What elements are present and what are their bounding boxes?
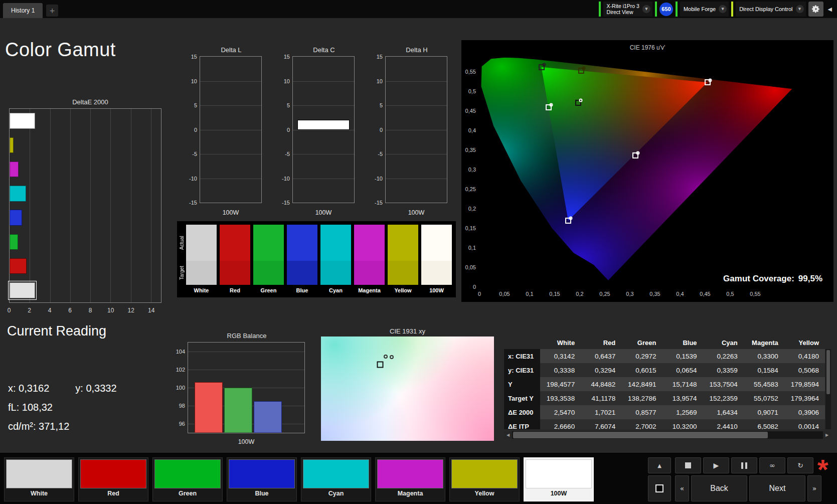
row-label: ΔE 2000 <box>504 405 540 419</box>
axis-tick-label: 5 <box>194 102 197 108</box>
actual-swatch <box>388 225 418 261</box>
target-swatch <box>220 261 250 285</box>
axis-tick-label: 0,45 <box>465 108 476 114</box>
swatch-column-blue: Blue <box>287 225 317 296</box>
next-button[interactable]: Next <box>749 475 805 501</box>
patch-color-swatch <box>377 459 443 488</box>
axis-tick-label: -5 <box>192 151 197 157</box>
add-tab-button[interactable]: + <box>46 5 58 17</box>
chevron-down-icon[interactable]: ▼ <box>642 5 650 13</box>
back-button[interactable]: Back <box>691 475 747 501</box>
table-cell: 0,1584 <box>744 363 784 377</box>
patch-button-magenta[interactable]: Magenta <box>375 457 445 501</box>
axis-tick-label: 0,45 <box>700 291 710 297</box>
target-row-label: Target <box>178 261 186 285</box>
axis-tick-label: 0,05 <box>465 264 476 270</box>
gridline <box>200 105 261 106</box>
axis-tick-label: 15 <box>377 54 383 60</box>
patch-button-cyan[interactable]: Cyan <box>301 457 371 501</box>
rgb-balance-plot: 1041021009896 <box>188 342 305 433</box>
actual-swatch <box>186 225 217 261</box>
scroll-left-button[interactable]: ◀ <box>504 431 512 439</box>
table-cell: 179,8594 <box>784 377 825 391</box>
gridline <box>386 179 447 179</box>
meter-dropdown[interactable]: X-Rite i1Pro 3 Direct View ▼ <box>603 2 652 17</box>
cie76-actual-blue <box>569 217 573 220</box>
cie1976-markers <box>479 53 830 287</box>
patch-button-yellow[interactable]: Yellow <box>449 457 520 501</box>
play-button[interactable]: ▶ <box>703 457 729 473</box>
table-cell: 0,8577 <box>621 405 662 419</box>
patch-button-green[interactable]: Green <box>152 457 223 501</box>
actual-swatch <box>287 225 317 261</box>
collapse-panel-button[interactable]: ◀ <box>826 6 834 13</box>
table-horizontal-scrollbar[interactable]: ◀ ▶ <box>504 431 831 439</box>
pattern-window-up-button[interactable]: ▲ <box>648 457 671 473</box>
meter-mode: Direct View <box>607 9 639 15</box>
deltae-bar-magenta <box>10 161 19 177</box>
table-cell: 1,6434 <box>703 405 744 419</box>
refresh-button[interactable]: ↻ <box>787 457 813 473</box>
scrollbar-track[interactable] <box>512 431 823 439</box>
patch-button-white[interactable]: White <box>4 457 74 501</box>
loop-button[interactable]: ∞ <box>759 457 785 473</box>
axis-tick-label: 0,55 <box>465 69 476 75</box>
workflow-dropdown[interactable]: Direct Display Control ▼ <box>736 2 805 17</box>
axis-tick-label: 2 <box>28 307 31 314</box>
deltae-bar-green <box>10 234 18 250</box>
deltae2000-plot <box>9 108 161 303</box>
rgb-bars <box>193 343 283 433</box>
meter-count-badge[interactable]: 650 <box>659 3 673 16</box>
scrollbar-thumb[interactable] <box>826 350 830 394</box>
swatch-column-green: Green <box>253 225 284 296</box>
back-skip-button[interactable]: « <box>675 475 689 501</box>
target-swatch <box>186 261 217 285</box>
table-cell: 0,3338 <box>540 363 581 377</box>
table-cell: 0,4180 <box>784 349 825 363</box>
column-header: Green <box>621 336 662 349</box>
gridline <box>70 109 71 302</box>
axis-tick-label: 0,2 <box>468 206 476 212</box>
source-dropdown[interactable]: Mobile Forge ▼ <box>680 2 729 17</box>
axis-tick-label: -15 <box>282 200 290 206</box>
scroll-right-button[interactable]: ▶ <box>823 431 831 439</box>
table-cell: 0,2972 <box>621 349 662 363</box>
chart-title: RGB Balance <box>188 332 306 341</box>
patch-button-100w[interactable]: 100W <box>524 457 594 501</box>
patch-button-blue[interactable]: Blue <box>227 457 297 501</box>
column-header: Blue <box>662 336 703 349</box>
table-row: Y198,457744,8482142,849115,7148153,75045… <box>504 377 825 391</box>
history-tab[interactable]: History 1 <box>3 3 43 18</box>
table-cell: 0,1539 <box>662 349 703 363</box>
settings-button[interactable] <box>808 2 823 17</box>
patch-button-red[interactable]: Red <box>78 457 148 501</box>
axis-tick-label: 0,5 <box>468 88 476 94</box>
axis-tick-label: 4 <box>48 307 52 314</box>
gridline <box>30 109 30 302</box>
table-cell: 0,6437 <box>581 349 621 363</box>
scrollbar-thumb[interactable] <box>513 432 768 438</box>
delta-c-plot: 151050-5-10-15 <box>292 56 355 203</box>
chart-title: Delta C <box>292 46 356 55</box>
swatch-label: White <box>186 285 217 296</box>
table-cell: 0,3906 <box>784 405 825 419</box>
cie1931-plot <box>321 337 494 441</box>
chevron-down-icon[interactable]: ▼ <box>796 5 804 13</box>
field-pattern-button[interactable] <box>648 475 671 501</box>
deltae-bar-red <box>10 258 27 274</box>
axis-tick-label: 0 <box>287 127 290 133</box>
chevron-down-icon[interactable]: ▼ <box>719 5 727 13</box>
next-skip-button[interactable]: » <box>807 475 821 501</box>
table-vertical-scrollbar[interactable] <box>825 349 831 429</box>
stop-button[interactable] <box>675 457 701 473</box>
deltae-bar-yellow <box>10 137 14 153</box>
x-axis-category: 100W <box>292 209 355 216</box>
axis-tick-label: 10 <box>284 78 290 84</box>
axis-tick-label: -5 <box>285 151 290 157</box>
axis-tick-label: -10 <box>282 176 290 182</box>
swatch-column-white: White <box>186 225 217 296</box>
axis-tick-label: 0 <box>380 127 383 133</box>
patch-label: Yellow <box>450 490 519 497</box>
delta-h-plot: 151050-5-10-15 <box>385 56 447 203</box>
pause-button[interactable] <box>731 457 757 473</box>
